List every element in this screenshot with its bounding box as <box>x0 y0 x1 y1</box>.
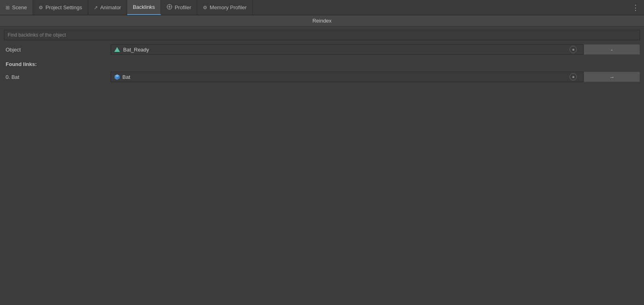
triangle-icon <box>114 47 121 52</box>
tab-spacer <box>253 0 627 15</box>
cube-icon-0 <box>114 74 120 80</box>
link-item-value-text-0: Bat <box>122 74 566 80</box>
link-item-value-container-0: Bat <box>111 72 584 82</box>
link-item-action-button-0[interactable]: → <box>584 72 640 82</box>
tab-profiler[interactable]: Profiler <box>161 0 197 15</box>
tab-bar: ⊞ Scene ⚙ Project Settings ↗ Animator Ba… <box>0 0 644 15</box>
object-action-button[interactable]: - <box>584 44 640 55</box>
object-value-container: Bat_Ready <box>111 44 584 55</box>
search-bar: Find backlinks of the object <box>4 30 640 40</box>
tab-backlinks-label: Backlinks <box>133 4 155 10</box>
tab-more-button[interactable]: ⋮ <box>627 0 644 15</box>
memory-gear-icon: ⚙ <box>203 5 207 10</box>
reindex-label: Reindex <box>312 18 332 24</box>
tab-scene[interactable]: ⊞ Scene <box>0 0 33 15</box>
content-area: Find backlinks of the object Object Bat_… <box>0 27 644 88</box>
object-row: Object Bat_Ready - <box>4 44 640 55</box>
link-item-index-0: 0. Bat <box>4 74 111 80</box>
grid-icon: ⊞ <box>6 5 10 10</box>
found-links-label: Found links: <box>4 61 111 67</box>
tab-project-settings[interactable]: ⚙ Project Settings <box>33 0 88 15</box>
tab-memory-profiler[interactable]: ⚙ Memory Profiler <box>197 0 253 15</box>
tab-scene-label: Scene <box>12 4 27 10</box>
profiler-icon <box>167 4 172 11</box>
gear-icon: ⚙ <box>39 5 43 10</box>
tab-memory-profiler-label: Memory Profiler <box>210 4 247 10</box>
object-label: Object <box>4 47 111 53</box>
tab-animator[interactable]: ↗ Animator <box>88 0 127 15</box>
tab-profiler-label: Profiler <box>175 4 191 10</box>
animator-icon: ↗ <box>94 5 98 10</box>
reindex-bar: Reindex <box>0 15 644 27</box>
link-item-row-0: 0. Bat Bat → <box>4 72 640 82</box>
object-value-text: Bat_Ready <box>123 47 566 53</box>
tab-animator-label: Animator <box>100 4 121 10</box>
tab-backlinks[interactable]: Backlinks <box>127 0 161 15</box>
link-item-target-button-0[interactable] <box>570 73 577 80</box>
object-target-button[interactable] <box>570 46 577 53</box>
svg-point-1 <box>169 6 170 8</box>
search-placeholder-text: Find backlinks of the object <box>8 32 66 38</box>
tab-project-settings-label: Project Settings <box>45 4 82 10</box>
found-links-section: Found links: <box>4 59 640 69</box>
